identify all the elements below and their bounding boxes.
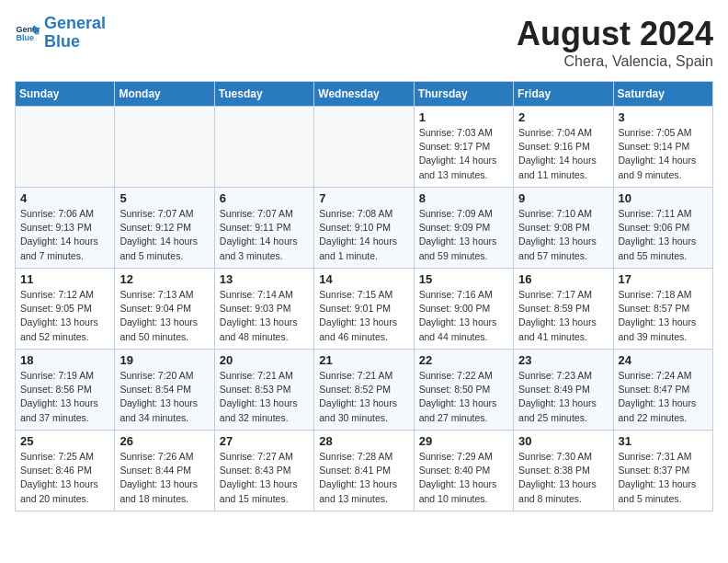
day-number: 5	[119, 191, 209, 205]
calendar-cell	[115, 107, 214, 188]
day-detail: Sunrise: 7:26 AMSunset: 8:44 PMDaylight:…	[119, 450, 209, 506]
calendar-week-2: 4Sunrise: 7:06 AMSunset: 9:13 PMDaylight…	[16, 188, 713, 269]
day-number: 26	[119, 434, 209, 448]
day-detail: Sunrise: 7:10 AMSunset: 9:08 PMDaylight:…	[518, 207, 608, 263]
calendar-cell: 21Sunrise: 7:21 AMSunset: 8:52 PMDayligh…	[314, 350, 414, 431]
location-subtitle: Chera, Valencia, Spain	[517, 53, 713, 70]
calendar-cell: 14Sunrise: 7:15 AMSunset: 9:01 PMDayligh…	[314, 269, 414, 350]
day-number: 28	[319, 434, 408, 448]
calendar-cell	[314, 107, 414, 188]
day-number: 13	[220, 272, 309, 286]
calendar-cell: 29Sunrise: 7:29 AMSunset: 8:40 PMDayligh…	[414, 431, 513, 511]
day-number: 10	[619, 191, 708, 205]
title-block: August 2024 Chera, Valencia, Spain	[517, 15, 713, 70]
day-detail: Sunrise: 7:23 AMSunset: 8:49 PMDaylight:…	[518, 369, 608, 425]
day-number: 29	[419, 434, 508, 448]
day-detail: Sunrise: 7:15 AMSunset: 9:01 PMDaylight:…	[319, 288, 408, 344]
calendar-cell: 17Sunrise: 7:18 AMSunset: 8:57 PMDayligh…	[613, 269, 712, 350]
calendar-cell: 19Sunrise: 7:20 AMSunset: 8:54 PMDayligh…	[115, 350, 214, 431]
calendar-cell: 15Sunrise: 7:16 AMSunset: 9:00 PMDayligh…	[414, 269, 513, 350]
svg-text:Blue: Blue	[16, 33, 34, 42]
day-detail: Sunrise: 7:11 AMSunset: 9:06 PMDaylight:…	[619, 207, 708, 263]
calendar-cell: 23Sunrise: 7:23 AMSunset: 8:49 PMDayligh…	[514, 350, 613, 431]
day-detail: Sunrise: 7:30 AMSunset: 8:38 PMDaylight:…	[518, 450, 608, 506]
day-detail: Sunrise: 7:17 AMSunset: 8:59 PMDaylight:…	[518, 288, 608, 344]
day-detail: Sunrise: 7:25 AMSunset: 8:46 PMDaylight:…	[20, 450, 109, 506]
day-number: 25	[20, 434, 109, 448]
day-number: 9	[518, 191, 608, 205]
calendar-cell: 8Sunrise: 7:09 AMSunset: 9:09 PMDaylight…	[414, 188, 513, 269]
calendar-cell: 16Sunrise: 7:17 AMSunset: 8:59 PMDayligh…	[514, 269, 613, 350]
day-number: 19	[119, 353, 209, 367]
day-number: 12	[119, 272, 209, 286]
calendar-cell: 30Sunrise: 7:30 AMSunset: 8:38 PMDayligh…	[514, 431, 613, 511]
calendar-week-1: 1Sunrise: 7:03 AMSunset: 9:17 PMDaylight…	[16, 107, 713, 188]
day-number: 31	[619, 434, 708, 448]
day-detail: Sunrise: 7:13 AMSunset: 9:04 PMDaylight:…	[119, 288, 209, 344]
day-detail: Sunrise: 7:29 AMSunset: 8:40 PMDaylight:…	[419, 450, 508, 506]
day-number: 17	[619, 272, 708, 286]
calendar-cell: 11Sunrise: 7:12 AMSunset: 9:05 PMDayligh…	[16, 269, 115, 350]
page-header: General Blue GeneralBlue August 2024 Che…	[15, 15, 713, 70]
calendar-cell: 7Sunrise: 7:08 AMSunset: 9:10 PMDaylight…	[314, 188, 414, 269]
day-detail: Sunrise: 7:04 AMSunset: 9:16 PMDaylight:…	[518, 126, 608, 182]
day-detail: Sunrise: 7:22 AMSunset: 8:50 PMDaylight:…	[419, 369, 508, 425]
weekday-header-wednesday: Wednesday	[314, 82, 414, 107]
day-detail: Sunrise: 7:14 AMSunset: 9:03 PMDaylight:…	[220, 288, 309, 344]
day-detail: Sunrise: 7:24 AMSunset: 8:47 PMDaylight:…	[619, 369, 708, 425]
day-number: 2	[518, 110, 608, 124]
day-number: 24	[619, 353, 708, 367]
calendar-cell: 26Sunrise: 7:26 AMSunset: 8:44 PMDayligh…	[115, 431, 214, 511]
calendar-cell: 20Sunrise: 7:21 AMSunset: 8:53 PMDayligh…	[214, 350, 313, 431]
calendar-cell: 27Sunrise: 7:27 AMSunset: 8:43 PMDayligh…	[214, 431, 313, 511]
day-detail: Sunrise: 7:12 AMSunset: 9:05 PMDaylight:…	[20, 288, 109, 344]
day-detail: Sunrise: 7:06 AMSunset: 9:13 PMDaylight:…	[20, 207, 109, 263]
day-detail: Sunrise: 7:21 AMSunset: 8:53 PMDaylight:…	[220, 369, 309, 425]
day-detail: Sunrise: 7:07 AMSunset: 9:12 PMDaylight:…	[119, 207, 209, 263]
calendar-header: SundayMondayTuesdayWednesdayThursdayFrid…	[16, 82, 713, 107]
weekday-header-sunday: Sunday	[16, 82, 115, 107]
calendar-week-5: 25Sunrise: 7:25 AMSunset: 8:46 PMDayligh…	[16, 431, 713, 511]
day-detail: Sunrise: 7:07 AMSunset: 9:11 PMDaylight:…	[220, 207, 309, 263]
calendar-cell	[16, 107, 115, 188]
day-detail: Sunrise: 7:05 AMSunset: 9:14 PMDaylight:…	[619, 126, 708, 182]
weekday-header-saturday: Saturday	[613, 82, 712, 107]
weekday-header-row: SundayMondayTuesdayWednesdayThursdayFrid…	[16, 82, 713, 107]
day-number: 1	[419, 110, 508, 124]
month-year-title: August 2024	[517, 15, 713, 53]
calendar-week-4: 18Sunrise: 7:19 AMSunset: 8:56 PMDayligh…	[16, 350, 713, 431]
day-number: 6	[220, 191, 309, 205]
calendar-cell: 12Sunrise: 7:13 AMSunset: 9:04 PMDayligh…	[115, 269, 214, 350]
calendar-cell: 25Sunrise: 7:25 AMSunset: 8:46 PMDayligh…	[16, 431, 115, 511]
calendar-week-3: 11Sunrise: 7:12 AMSunset: 9:05 PMDayligh…	[16, 269, 713, 350]
calendar-cell: 1Sunrise: 7:03 AMSunset: 9:17 PMDaylight…	[414, 107, 513, 188]
calendar-cell: 2Sunrise: 7:04 AMSunset: 9:16 PMDaylight…	[514, 107, 613, 188]
calendar-cell: 28Sunrise: 7:28 AMSunset: 8:41 PMDayligh…	[314, 431, 414, 511]
calendar-cell: 18Sunrise: 7:19 AMSunset: 8:56 PMDayligh…	[16, 350, 115, 431]
day-number: 20	[220, 353, 309, 367]
weekday-header-thursday: Thursday	[414, 82, 513, 107]
day-detail: Sunrise: 7:27 AMSunset: 8:43 PMDaylight:…	[220, 450, 309, 506]
day-number: 4	[20, 191, 109, 205]
logo-icon: General Blue	[15, 20, 40, 46]
logo-text: GeneralBlue	[44, 15, 106, 52]
day-number: 7	[319, 191, 408, 205]
calendar-cell: 13Sunrise: 7:14 AMSunset: 9:03 PMDayligh…	[214, 269, 313, 350]
calendar-cell: 3Sunrise: 7:05 AMSunset: 9:14 PMDaylight…	[613, 107, 712, 188]
weekday-header-monday: Monday	[115, 82, 214, 107]
day-detail: Sunrise: 7:16 AMSunset: 9:00 PMDaylight:…	[419, 288, 508, 344]
calendar-cell: 10Sunrise: 7:11 AMSunset: 9:06 PMDayligh…	[613, 188, 712, 269]
day-detail: Sunrise: 7:19 AMSunset: 8:56 PMDaylight:…	[20, 369, 109, 425]
logo: General Blue GeneralBlue	[15, 15, 106, 52]
calendar-cell: 22Sunrise: 7:22 AMSunset: 8:50 PMDayligh…	[414, 350, 513, 431]
day-detail: Sunrise: 7:20 AMSunset: 8:54 PMDaylight:…	[119, 369, 209, 425]
calendar-cell	[214, 107, 313, 188]
day-number: 11	[20, 272, 109, 286]
day-number: 15	[419, 272, 508, 286]
day-detail: Sunrise: 7:28 AMSunset: 8:41 PMDaylight:…	[319, 450, 408, 506]
calendar-cell: 4Sunrise: 7:06 AMSunset: 9:13 PMDaylight…	[16, 188, 115, 269]
day-number: 23	[518, 353, 608, 367]
day-detail: Sunrise: 7:18 AMSunset: 8:57 PMDaylight:…	[619, 288, 708, 344]
day-number: 22	[419, 353, 508, 367]
day-detail: Sunrise: 7:31 AMSunset: 8:37 PMDaylight:…	[619, 450, 708, 506]
